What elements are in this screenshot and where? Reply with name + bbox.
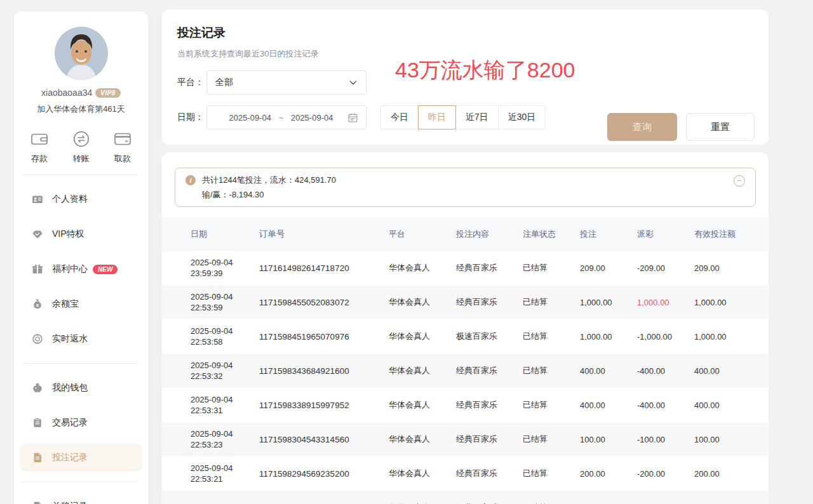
order-number: 1171598304543314560 xyxy=(259,435,389,444)
bet-content: 经典百家乐 xyxy=(456,262,523,274)
column-header: 投注内容 xyxy=(456,229,523,240)
order-number: 1171598455052083072 xyxy=(259,298,389,307)
bank-card-icon xyxy=(114,130,131,149)
range-button-0[interactable]: 今日 xyxy=(380,105,419,129)
wallet-icon xyxy=(30,130,48,149)
payout-amount: 1,000.00 xyxy=(637,298,694,307)
payout-amount: -209.00 xyxy=(637,263,694,273)
payout-amount: -1,000.00 xyxy=(637,332,694,342)
table-row: 2025-09-0422:53:321171598343684921600华体会… xyxy=(162,354,769,388)
vip-badge: VIP8 xyxy=(95,88,121,98)
sidebar-item-yuebao[interactable]: 余额宝 xyxy=(20,290,142,318)
date-start: 2025-09-04 xyxy=(229,113,272,123)
table-body: 2025-09-0423:59:391171614982614718720华体会… xyxy=(162,251,769,504)
bet-status: 已结算 xyxy=(523,434,580,445)
records-table-card: i 共计1244笔投注，流水：424,591.70 输/赢：-8,194.30 … xyxy=(162,152,769,504)
document-icon xyxy=(32,452,43,463)
column-header: 有效投注额 xyxy=(694,229,769,240)
sidebar-item-vip[interactable]: VIP特权 xyxy=(20,220,142,248)
order-number: 1171614982614718720 xyxy=(259,263,389,273)
avatar[interactable] xyxy=(55,27,108,80)
sidebar-item-label: 个人资料 xyxy=(52,194,88,205)
transfer-icon xyxy=(72,130,90,149)
new-badge: NEW xyxy=(93,265,118,274)
valid-bet-amount: 1,000.00 xyxy=(694,332,769,342)
bet-datetime: 2025-09-0422:53:58 xyxy=(191,326,259,347)
reset-button[interactable]: 重置 xyxy=(686,113,755,141)
bet-date: 2025-09-04 xyxy=(191,326,254,336)
bet-time: 22:53:23 xyxy=(191,439,254,450)
divider xyxy=(23,175,139,175)
valid-bet-amount: 209.00 xyxy=(694,263,769,273)
gift-icon xyxy=(32,263,43,275)
menu-more: 兑奖记录 xyxy=(14,493,148,504)
info-icon: i xyxy=(185,175,196,185)
coin-icon xyxy=(32,333,43,345)
platform: 华体会真人 xyxy=(389,399,456,411)
range-button-1[interactable]: 昨日 xyxy=(418,105,456,129)
divider xyxy=(23,482,139,482)
piggy-bank-icon xyxy=(32,382,43,394)
bet-datetime: 2025-09-0423:59:39 xyxy=(191,257,259,279)
range-button-3[interactable]: 近30日 xyxy=(498,105,546,129)
platform: 华体会真人 xyxy=(389,296,456,308)
quick-range-group: 今日昨日近7日近30日 xyxy=(380,105,546,129)
sidebar-item-label: 实时返水 xyxy=(52,333,88,345)
platform-label: 平台： xyxy=(177,77,206,88)
sidebar-item-label: VIP特权 xyxy=(52,229,84,240)
collapse-icon[interactable]: − xyxy=(734,175,745,187)
withdraw-action[interactable]: 取款 xyxy=(114,130,131,164)
sidebar-item-welfare[interactable]: 福利中心NEW xyxy=(20,255,142,283)
divider xyxy=(23,363,139,364)
sidebar-item-rebate[interactable]: 实时返水 xyxy=(20,325,142,353)
bet-content: 经典百家乐 xyxy=(456,296,523,308)
bet-amount: 400.00 xyxy=(580,366,637,376)
valid-bet-amount: 200.00 xyxy=(694,469,769,479)
menu-bottom: 我的钱包交易记录投注记录 xyxy=(14,374,148,472)
bet-content: 经典百家乐 xyxy=(456,365,523,376)
bet-amount: 1,000.00 xyxy=(580,332,637,342)
bet-date: 2025-09-04 xyxy=(191,463,254,474)
sidebar-item-wallet[interactable]: 我的钱包 xyxy=(20,374,142,402)
bet-datetime: 2025-09-0422:53:23 xyxy=(191,428,259,450)
bet-time: 22:53:32 xyxy=(191,371,254,381)
bet-content: 经典百家乐 xyxy=(456,399,523,411)
bet-amount: 100.00 xyxy=(580,435,637,444)
order-number: 1171598451965070976 xyxy=(259,332,389,342)
sidebar: xiaobaoaa34VIP8 加入华体会体育第461天 存款转账取款 个人资料… xyxy=(14,11,148,504)
date-separator: ~ xyxy=(279,113,284,123)
column-header: 投注 xyxy=(580,229,637,240)
gem-icon xyxy=(32,229,43,240)
platform: 华体会真人 xyxy=(389,434,456,445)
bet-time: 22:53:59 xyxy=(191,302,254,313)
column-header: 平台 xyxy=(389,229,456,240)
deposit-action[interactable]: 存款 xyxy=(30,130,48,164)
platform-selected-value: 全部 xyxy=(215,77,233,88)
avatar-portrait xyxy=(55,27,108,80)
platform: 华体会真人 xyxy=(389,262,456,274)
summary-banner: i 共计1244笔投注，流水：424,591.70 输/赢：-8,194.30 … xyxy=(175,168,756,207)
bet-time: 23:59:39 xyxy=(191,268,254,279)
sidebar-item-transactions[interactable]: 交易记录 xyxy=(20,409,142,437)
bet-datetime: 2025-09-0422:53:59 xyxy=(191,291,259,313)
sidebar-item-bets[interactable]: 投注记录 xyxy=(20,444,142,472)
transfer-label: 转账 xyxy=(73,154,90,163)
bet-amount: 200.00 xyxy=(580,469,637,479)
platform: 华体会真人 xyxy=(389,468,456,479)
platform: 华体会真人 xyxy=(389,365,456,376)
valid-bet-amount: 400.00 xyxy=(694,366,769,376)
sidebar-item-profile[interactable]: 个人资料 xyxy=(20,185,142,213)
quick-actions: 存款转账取款 xyxy=(14,130,148,164)
sidebar-item-label: 交易记录 xyxy=(52,417,88,428)
platform-select[interactable]: 全部 xyxy=(206,70,366,95)
date-range-picker[interactable]: 2025-09-04 ~ 2025-09-04 xyxy=(206,105,366,129)
range-button-2[interactable]: 近7日 xyxy=(455,105,499,129)
sidebar-item-prize[interactable]: 兑奖记录 xyxy=(20,493,142,504)
transfer-action[interactable]: 转账 xyxy=(72,130,90,164)
sidebar-item-label: 我的钱包 xyxy=(52,382,88,394)
query-button[interactable]: 查询 xyxy=(607,113,677,141)
clipboard-icon xyxy=(32,417,43,428)
valid-bet-amount: 100.00 xyxy=(694,435,769,444)
bet-date: 2025-09-04 xyxy=(191,428,254,439)
table-row: 2025-09-0422:53:591171598455052083072华体会… xyxy=(162,285,769,319)
